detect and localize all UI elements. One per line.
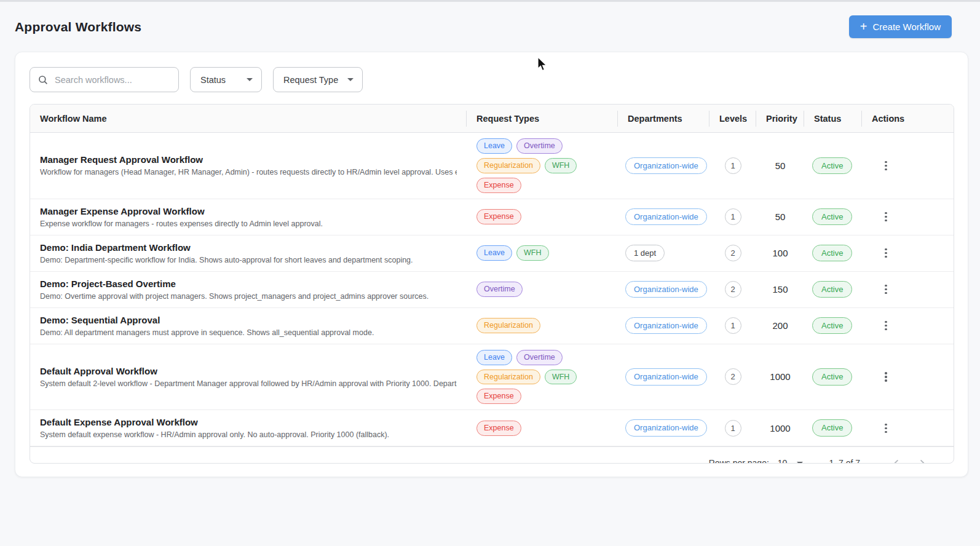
workflow-description: Workflow for managers (Head Manager, HR …: [40, 168, 457, 176]
request-type-chip: Regularization: [476, 158, 540, 173]
actions-cell: [862, 156, 954, 175]
status-badge: Active: [812, 281, 852, 298]
workflow-name: Manager Expense Approval Workflow: [40, 206, 457, 216]
request-type-filter-label: Request Type: [283, 75, 338, 85]
levels-badge: 2: [725, 245, 741, 261]
workflow-name: Default Approval Workflow: [40, 366, 457, 376]
request-type-chip: Expense: [476, 421, 521, 436]
status-cell: Active: [804, 419, 862, 437]
departments-cell: Organization-wide: [618, 157, 709, 175]
chevron-down-icon: [247, 78, 253, 81]
plus-icon: +: [860, 20, 867, 33]
row-actions-menu-button[interactable]: [877, 419, 895, 437]
levels-cell: 2: [709, 245, 756, 261]
status-badge: Active: [812, 157, 852, 175]
search-box[interactable]: [30, 67, 179, 92]
priority-cell: 200: [756, 320, 804, 331]
rows-per-page-select[interactable]: 10: [778, 458, 804, 464]
row-actions-menu-button[interactable]: [877, 280, 895, 299]
request-types-cell: LeaveOvertimeRegularizationWFHExpense: [467, 138, 618, 193]
row-actions-menu-button[interactable]: [877, 208, 895, 226]
levels-badge: 1: [725, 208, 741, 225]
row-actions-menu-button[interactable]: [877, 244, 895, 263]
department-chip: Organization-wide: [625, 317, 707, 334]
actions-cell: [862, 368, 954, 386]
request-type-chip: Overtime: [516, 138, 563, 154]
table-row: Manager Request Approval WorkflowWorkflo…: [30, 133, 954, 199]
actions-cell: [862, 317, 954, 335]
table-row: Demo: Sequential ApprovalDemo: All depar…: [30, 308, 954, 344]
request-type-chip: Expense: [476, 178, 521, 193]
workflow-name-cell: Demo: Project-Based OvertimeDemo: Overti…: [30, 279, 467, 301]
workflow-name-cell: Demo: India Department WorkflowDemo: Dep…: [30, 242, 467, 264]
status-badge: Active: [812, 419, 852, 437]
departments-cell: Organization-wide: [618, 419, 709, 437]
levels-cell: 1: [709, 317, 756, 334]
workflow-description: System default expense workflow - HR/Adm…: [40, 430, 457, 439]
workflow-name: Manager Request Approval Workflow: [40, 154, 457, 165]
levels-cell: 2: [709, 281, 756, 298]
status-badge: Active: [812, 368, 852, 386]
chevron-right-icon: [917, 457, 928, 464]
chevron-down-icon: [347, 78, 354, 81]
page-header: Approval Workflows + Create Workflow: [0, 2, 980, 38]
status-cell: Active: [804, 157, 862, 175]
priority-cell: 50: [756, 212, 804, 222]
status-cell: Active: [804, 317, 862, 334]
create-workflow-button[interactable]: + Create Workflow: [849, 15, 952, 38]
levels-cell: 1: [709, 208, 756, 225]
request-type-chip: Expense: [476, 389, 521, 404]
search-icon: [38, 74, 49, 85]
workflow-description: Expense workflow for managers - routes e…: [40, 220, 457, 228]
previous-page-button[interactable]: [887, 454, 906, 464]
row-actions-menu-button[interactable]: [877, 156, 895, 175]
levels-cell: 1: [709, 420, 756, 437]
actions-cell: [862, 419, 954, 437]
filters-bar: Status Request Type: [15, 52, 968, 92]
search-input[interactable]: [55, 75, 171, 85]
workflow-description: Demo: All department managers must appro…: [40, 328, 457, 337]
table-row: Manager Expense Approval WorkflowExpense…: [30, 199, 954, 235]
workflow-name: Demo: Project-Based Overtime: [40, 279, 457, 289]
request-types-cell: Expense: [467, 421, 618, 436]
workflows-card: Status Request Type Workflow Name Reques…: [15, 52, 968, 477]
actions-cell: [862, 208, 954, 226]
request-type-chip: WFH: [545, 158, 577, 173]
departments-cell: Organization-wide: [618, 368, 709, 386]
table-row: Demo: Project-Based OvertimeDemo: Overti…: [30, 272, 954, 308]
department-chip: Organization-wide: [625, 208, 707, 226]
priority-cell: 1000: [756, 423, 804, 433]
column-header-request-types: Request Types: [467, 114, 618, 124]
status-cell: Active: [804, 245, 862, 262]
request-types-cell: LeaveOvertimeRegularizationWFHExpense: [467, 350, 618, 405]
next-page-button[interactable]: [913, 454, 931, 464]
workflow-description: Demo: Overtime approval with project man…: [40, 292, 457, 301]
chevron-down-icon: [797, 462, 803, 464]
workflow-name-cell: Default Approval WorkflowSystem default …: [30, 366, 467, 388]
departments-cell: Organization-wide: [618, 208, 709, 226]
departments-cell: Organization-wide: [618, 281, 709, 298]
department-chip: Organization-wide: [625, 281, 707, 298]
row-actions-menu-button[interactable]: [877, 368, 895, 386]
status-filter-select[interactable]: Status: [190, 67, 262, 92]
row-actions-menu-button[interactable]: [877, 317, 895, 335]
status-cell: Active: [804, 368, 862, 386]
priority-cell: 1000: [756, 371, 804, 382]
workflow-name-cell: Default Expense Approval WorkflowSystem …: [30, 417, 467, 439]
chevron-left-icon: [891, 457, 902, 464]
levels-badge: 1: [725, 157, 741, 174]
column-header-workflow-name: Workflow Name: [30, 114, 467, 124]
workflow-name-cell: Demo: Sequential ApprovalDemo: All depar…: [30, 315, 467, 337]
request-types-cell: Regularization: [467, 318, 618, 333]
department-chip: Organization-wide: [625, 157, 707, 175]
create-workflow-label: Create Workflow: [872, 22, 941, 32]
column-header-levels: Levels: [709, 114, 756, 124]
status-badge: Active: [812, 317, 852, 334]
priority-cell: 50: [756, 160, 804, 171]
request-type-filter-select[interactable]: Request Type: [273, 67, 363, 92]
request-types-cell: Overtime: [467, 282, 618, 297]
request-type-chip: Leave: [476, 138, 512, 154]
status-cell: Active: [804, 208, 862, 226]
workflow-name-cell: Manager Request Approval WorkflowWorkflo…: [30, 154, 467, 176]
request-type-chip: Overtime: [476, 282, 523, 297]
